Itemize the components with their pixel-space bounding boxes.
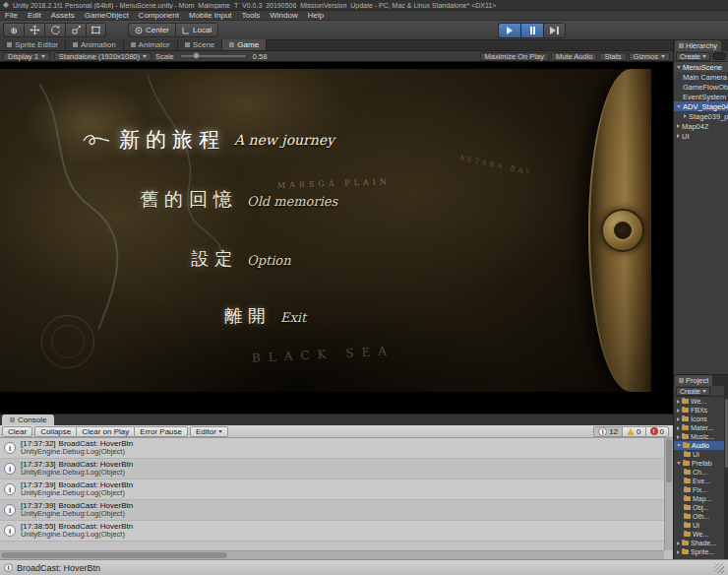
project-folder[interactable]: Map...	[674, 494, 728, 503]
game-menu-new-journey[interactable]: 新的旅程 A new journey	[83, 126, 334, 154]
resize-grip-icon[interactable]	[714, 563, 724, 573]
menu-component[interactable]: Component	[134, 11, 184, 21]
mute-audio-button[interactable]: Mute Audio	[551, 52, 598, 61]
scale-tool-button[interactable]	[65, 23, 86, 37]
project-folder[interactable]: UI	[674, 521, 728, 530]
menu-edit[interactable]: Edit	[23, 11, 46, 21]
chevron-right-icon[interactable]	[677, 426, 680, 430]
tab-hierarchy[interactable]: Hierarchy	[675, 40, 721, 51]
game-menu-old-memories[interactable]: 舊的回憶 Old memories	[140, 187, 337, 213]
step-button[interactable]	[543, 23, 566, 38]
warning-filter-button[interactable]: 0	[622, 426, 644, 437]
stats-button[interactable]: Stats	[599, 52, 626, 61]
collapse-button[interactable]: Collapse	[34, 426, 76, 437]
scrollbar-thumb[interactable]	[725, 399, 728, 468]
tab-scene[interactable]: Scene	[178, 39, 223, 50]
chevron-right-icon[interactable]	[677, 409, 680, 413]
pause-button[interactable]	[520, 23, 543, 38]
tab-console[interactable]: Console	[2, 415, 54, 425]
project-folder[interactable]: UI	[674, 450, 728, 459]
gizmos-dropdown[interactable]: Gizmos	[629, 52, 670, 61]
chevron-down-icon[interactable]	[677, 66, 681, 69]
tab-game[interactable]: Game	[222, 39, 267, 50]
chevron-right-icon[interactable]	[677, 124, 680, 128]
menu-assets[interactable]: Assets	[46, 11, 80, 21]
project-folder[interactable]: Fix...	[674, 485, 728, 494]
project-folder-selected[interactable]: Audio	[674, 441, 728, 450]
hierarchy-create-button[interactable]: Create	[676, 52, 710, 61]
project-folder[interactable]: FBXs	[674, 406, 728, 415]
display-dropdown[interactable]: Display 1	[3, 52, 50, 61]
project-folder[interactable]: Eve...	[674, 477, 728, 485]
tab-project[interactable]: Project	[675, 375, 712, 386]
chevron-down-icon[interactable]	[677, 462, 681, 465]
maximize-on-play-button[interactable]: Maximize On Play	[480, 52, 549, 61]
chevron-down-icon[interactable]	[677, 444, 681, 447]
project-scrollbar[interactable]	[724, 375, 728, 559]
move-tool-button[interactable]	[24, 23, 44, 37]
hand-tool-button[interactable]	[3, 23, 24, 37]
project-folder[interactable]: Music...	[674, 432, 728, 441]
console-vertical-scrollbar[interactable]	[664, 438, 673, 550]
hierarchy-search-input[interactable]	[712, 52, 726, 60]
hierarchy-item-ui[interactable]: UI	[674, 131, 728, 141]
chevron-right-icon[interactable]	[684, 114, 687, 118]
game-viewport[interactable]: Marsga Plain Astara Bay Black Sea 新的旅程 A…	[0, 62, 673, 414]
project-folder[interactable]: We...	[674, 397, 728, 406]
chevron-right-icon[interactable]	[677, 550, 680, 554]
hierarchy-item-gameflowobject[interactable]: GameFlowObject	[674, 82, 728, 92]
project-folder[interactable]: Sprite...	[674, 547, 728, 556]
project-folder[interactable]: We...	[674, 530, 728, 539]
project-folder[interactable]: Obj...	[674, 503, 728, 512]
log-entry[interactable]: i [17:37:39]BroadCast: HoverBtnUnityEngi…	[0, 500, 664, 521]
project-folder[interactable]: Prefab	[674, 459, 728, 468]
chevron-right-icon[interactable]	[677, 134, 680, 138]
rect-tool-button[interactable]	[86, 23, 106, 37]
chevron-down-icon[interactable]	[677, 105, 681, 108]
project-folder[interactable]: Mater...	[674, 423, 728, 432]
tab-sprite-editor[interactable]: Sprite Editor	[0, 39, 66, 50]
chevron-right-icon[interactable]	[677, 417, 680, 421]
space-local-button[interactable]: Local	[175, 23, 218, 37]
tab-animation[interactable]: Animation	[66, 39, 124, 50]
menu-file[interactable]: File	[0, 11, 23, 21]
menu-tools[interactable]: Tools	[237, 11, 266, 21]
scrollbar-thumb[interactable]	[1, 552, 227, 558]
scale-slider[interactable]	[181, 55, 246, 57]
slider-handle-icon[interactable]	[193, 52, 200, 59]
editor-dropdown[interactable]: Editor	[190, 426, 228, 437]
chevron-right-icon[interactable]	[677, 542, 680, 545]
tab-animator[interactable]: Animator	[124, 39, 178, 50]
log-entry[interactable]: i [17:37:33]BroadCast: HoverBtnUnityEngi…	[0, 459, 664, 479]
hierarchy-item-stage039[interactable]: Stage039_p...	[674, 111, 728, 121]
project-folder[interactable]: Ch...	[674, 468, 728, 477]
error-pause-button[interactable]: Error Pause	[134, 426, 188, 437]
hierarchy-item-eventsystem[interactable]: EventSystem	[674, 92, 728, 101]
rotate-tool-button[interactable]	[44, 23, 65, 37]
clear-on-play-button[interactable]: Clear on Play	[76, 426, 134, 437]
scrollbar-thumb[interactable]	[666, 439, 672, 482]
project-folder[interactable]: Oth...	[674, 512, 728, 521]
project-folder[interactable]: Shade...	[674, 539, 728, 547]
console-horizontal-scrollbar[interactable]	[0, 550, 664, 559]
hierarchy-item-adv-stage[interactable]: ADV_Stage04...	[674, 101, 728, 111]
info-filter-button[interactable]: i12	[593, 426, 622, 437]
log-entry[interactable]: i [17:38:55]BroadCast: HoverBtnUnityEngi…	[0, 521, 664, 542]
log-entry[interactable]: i [17:37:32]BroadCast: HoverBtnUnityEngi…	[0, 438, 664, 459]
hierarchy-item-main-camera[interactable]: Main Camera	[674, 72, 728, 82]
menu-window[interactable]: Window	[265, 11, 302, 21]
hierarchy-item-map04z[interactable]: Map04Z	[674, 121, 728, 131]
pivot-center-button[interactable]: Center	[128, 23, 175, 37]
play-button[interactable]	[498, 23, 520, 38]
resolution-dropdown[interactable]: Standalone (1920x1080)	[54, 52, 152, 61]
status-bar[interactable]: i BroadCast: HoverBtn	[0, 559, 728, 575]
game-menu-option[interactable]: 設定 Option	[191, 247, 291, 271]
error-filter-button[interactable]: !0	[645, 426, 669, 437]
chevron-right-icon[interactable]	[677, 400, 680, 404]
log-entry[interactable]: i [17:37:39]BroadCast: HoverBtnUnityEngi…	[0, 479, 664, 500]
project-folder[interactable]: Icons	[674, 415, 728, 423]
menu-mobile-input[interactable]: Mobile Input	[184, 11, 237, 21]
menu-gameobject[interactable]: GameObject	[80, 11, 134, 21]
menu-help[interactable]: Help	[303, 11, 329, 21]
clear-button[interactable]: Clear	[2, 426, 32, 437]
